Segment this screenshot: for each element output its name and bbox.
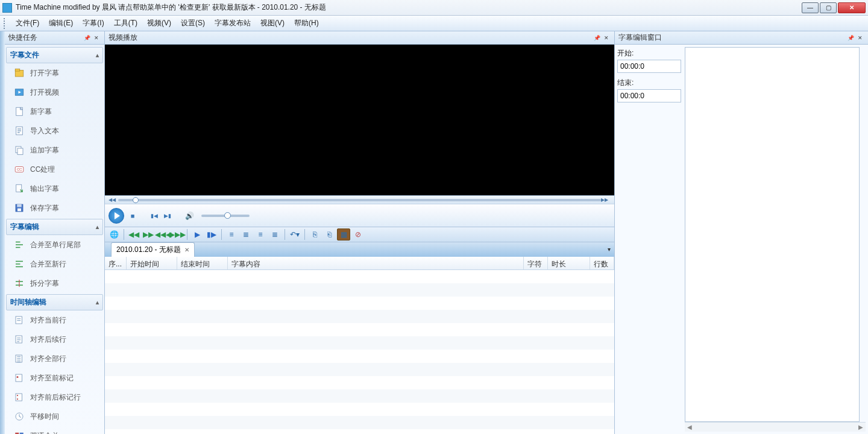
task-cc-process[interactable]: CCCC处理 xyxy=(6,160,103,179)
shift-time-icon xyxy=(13,410,25,423)
video-viewport[interactable] xyxy=(105,45,614,195)
globe-button[interactable]: 🌐 xyxy=(107,228,121,241)
group-subtitle-file[interactable]: 字幕文件▴ xyxy=(6,47,103,63)
menu-video[interactable]: 视频(V) xyxy=(142,16,176,31)
col-lines[interactable]: 行数 xyxy=(590,257,614,269)
align-justify-button[interactable]: ≣ xyxy=(268,228,281,241)
volume-thumb[interactable] xyxy=(224,212,231,219)
task-split-subtitle[interactable]: 拆分字幕 xyxy=(6,274,103,293)
menu-file[interactable]: 文件(F) xyxy=(11,16,44,31)
col-content[interactable]: 字幕内容 xyxy=(228,257,524,269)
editor-hscroll[interactable]: ◀ ▶ xyxy=(685,422,866,432)
seek-bar[interactable]: ◀◀ ▶▶ xyxy=(105,195,614,204)
align-left-button[interactable]: ≡ xyxy=(225,228,238,241)
task-merge-newline[interactable]: 合并至新行 xyxy=(6,254,103,274)
col-chars[interactable]: 字符 xyxy=(524,257,548,269)
task-align-marks-rows[interactable]: 对齐前后标记行 xyxy=(6,388,103,407)
col-dur[interactable]: 时长 xyxy=(548,257,590,269)
forward-1-button[interactable]: ▶▶ xyxy=(142,228,155,241)
task-open-subtitle[interactable]: 打开字幕 xyxy=(6,63,103,83)
step-play-button[interactable]: ▶ xyxy=(190,228,204,241)
group-timeline-edit[interactable]: 时间轴编辑▴ xyxy=(6,294,103,310)
document-tab-close[interactable]: ✕ xyxy=(184,247,189,253)
col-start[interactable]: 开始时间 xyxy=(127,257,177,269)
close-button[interactable] xyxy=(838,2,866,13)
menu-help[interactable]: 帮助(H) xyxy=(289,16,324,31)
stop-button[interactable] xyxy=(128,211,137,221)
prev-frame-button[interactable] xyxy=(149,211,159,221)
import-text-icon xyxy=(13,125,25,137)
task-label: 导入文本 xyxy=(30,126,59,136)
col-end[interactable]: 结束时间 xyxy=(177,257,228,269)
undo-button[interactable]: ↶▾ xyxy=(288,228,301,241)
end-time-input[interactable] xyxy=(617,89,681,102)
minimize-button[interactable] xyxy=(802,2,819,13)
start-time-input[interactable] xyxy=(617,60,681,73)
align-right-button[interactable]: ≡ xyxy=(254,228,267,241)
volume-slider[interactable] xyxy=(201,215,250,217)
delete-row-button[interactable]: ⎗ xyxy=(322,228,336,241)
insert-row-button[interactable]: ⎘ xyxy=(308,228,321,241)
col-seq[interactable]: 序... xyxy=(105,257,127,269)
forward-2-button[interactable]: ▶▶▶ xyxy=(171,228,184,241)
caret-icon: ▴ xyxy=(96,299,99,306)
menu-subtitle[interactable]: 字幕(I) xyxy=(78,16,108,31)
svg-point-22 xyxy=(17,398,18,400)
task-open-video[interactable]: 打开视频 xyxy=(6,83,103,102)
next-frame-button[interactable] xyxy=(163,211,172,221)
task-bilingual-merge[interactable]: 双语合并 xyxy=(6,426,103,434)
menu-tools[interactable]: 工具(T) xyxy=(109,16,142,31)
menu-settings[interactable]: 设置(S) xyxy=(176,16,210,31)
svg-rect-15 xyxy=(16,316,22,324)
task-save-subtitle[interactable]: 保存字幕 xyxy=(6,198,103,218)
quick-tasks-pin[interactable] xyxy=(83,34,91,42)
svg-rect-8 xyxy=(17,148,23,155)
volume-button[interactable] xyxy=(184,211,194,221)
menu-view[interactable]: 视图(V) xyxy=(256,16,289,31)
split-icon xyxy=(13,277,25,289)
menu-bar: 文件(F) 编辑(E) 字幕(I) 工具(T) 视频(V) 设置(S) 字幕发布… xyxy=(0,16,868,31)
step-pause-button[interactable]: ▮▶ xyxy=(205,228,218,241)
task-label: 输出字幕 xyxy=(30,184,59,194)
scroll-left-icon[interactable]: ◀ xyxy=(687,424,692,430)
svg-rect-18 xyxy=(16,374,22,382)
menu-edit[interactable]: 编辑(E) xyxy=(44,16,78,31)
video-panel-close[interactable] xyxy=(602,34,611,42)
scroll-right-icon[interactable]: ▶ xyxy=(858,424,863,430)
seek-track[interactable] xyxy=(118,199,601,201)
task-new-subtitle[interactable]: 新字幕 xyxy=(6,102,103,121)
seek-fwd-icon[interactable]: ▶▶ xyxy=(601,197,608,203)
task-align-following[interactable]: 对齐后续行 xyxy=(6,330,103,349)
rewind-1-button[interactable]: ◀◀ xyxy=(127,228,140,241)
end-time-label: 结束: xyxy=(617,77,681,89)
video-panel-pin[interactable] xyxy=(593,34,601,42)
task-align-all[interactable]: 对齐全部行 xyxy=(6,349,103,368)
maximize-button[interactable] xyxy=(820,2,837,13)
no-sync-button[interactable]: ⊘ xyxy=(351,228,365,241)
quick-tasks-close[interactable] xyxy=(92,34,101,42)
task-merge-tail[interactable]: 合并至单行尾部 xyxy=(6,235,103,254)
rewind-2-button[interactable]: ◀◀◀ xyxy=(156,228,169,241)
play-button[interactable] xyxy=(108,208,124,224)
task-label: 拆分字幕 xyxy=(30,278,59,289)
task-append-subtitle[interactable]: 追加字幕 xyxy=(6,140,103,160)
svg-rect-17 xyxy=(16,355,22,362)
task-import-text[interactable]: 导入文本 xyxy=(6,121,103,140)
subtitle-text-area[interactable] xyxy=(685,47,860,422)
tabstrip-dropdown[interactable]: ▾ xyxy=(608,246,611,253)
subtitle-grid-header: 序... 开始时间 结束时间 字幕内容 字符 时长 行数 xyxy=(105,257,614,270)
seek-back-icon[interactable]: ◀◀ xyxy=(108,197,116,203)
task-shift-time[interactable]: 平移时间 xyxy=(6,407,103,426)
seek-thumb[interactable] xyxy=(133,197,139,203)
group-subtitle-edit[interactable]: 字幕编辑▴ xyxy=(6,219,103,235)
menu-publish[interactable]: 字幕发布站 xyxy=(210,16,256,31)
task-export-subtitle[interactable]: 输出字幕 xyxy=(6,179,103,198)
task-align-current[interactable]: 对齐当前行 xyxy=(6,310,103,330)
task-align-to-prev-mark[interactable]: 对齐至前标记 xyxy=(6,368,103,388)
editor-panel-pin[interactable] xyxy=(846,34,855,42)
document-tab[interactable]: 2010.01.20 - 无标题 ✕ xyxy=(111,242,195,257)
editor-panel-close[interactable] xyxy=(856,34,864,42)
preview-box-button[interactable]: ▦ xyxy=(337,228,350,241)
subtitle-grid-body[interactable] xyxy=(105,270,614,434)
align-center-button[interactable]: ≣ xyxy=(239,228,253,241)
